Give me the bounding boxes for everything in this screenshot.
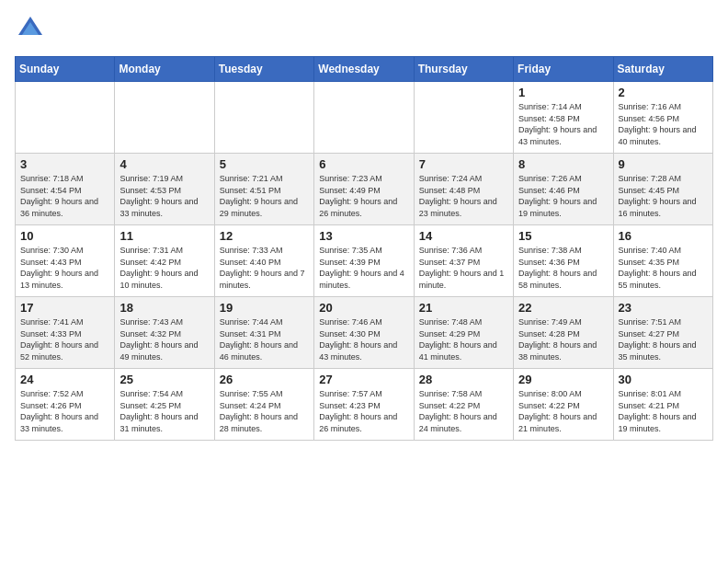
calendar-cell: 22Sunrise: 7:49 AM Sunset: 4:28 PM Dayli… [514, 297, 613, 369]
day-number: 29 [518, 373, 608, 386]
day-info: Sunrise: 7:31 AM Sunset: 4:42 PM Dayligh… [119, 245, 209, 291]
day-number: 13 [319, 229, 408, 243]
day-number: 25 [119, 373, 209, 386]
day-info: Sunrise: 7:30 AM Sunset: 4:43 PM Dayligh… [20, 245, 109, 291]
page-header [15, 15, 713, 47]
calendar-cell [16, 82, 115, 154]
day-info: Sunrise: 7:26 AM Sunset: 4:46 PM Dayligh… [518, 173, 608, 219]
day-number: 15 [518, 229, 608, 243]
day-info: Sunrise: 7:16 AM Sunset: 4:56 PM Dayligh… [619, 101, 708, 147]
day-number: 10 [20, 229, 109, 243]
day-info: Sunrise: 7:35 AM Sunset: 4:39 PM Dayligh… [319, 245, 408, 291]
calendar-cell: 7Sunrise: 7:24 AM Sunset: 4:48 PM Daylig… [414, 154, 513, 225]
col-friday: Friday [514, 57, 613, 82]
calendar-row: 3Sunrise: 7:18 AM Sunset: 4:54 PM Daylig… [16, 154, 713, 225]
day-number: 14 [419, 229, 508, 243]
day-info: Sunrise: 7:58 AM Sunset: 4:22 PM Dayligh… [419, 388, 508, 434]
day-number: 11 [119, 229, 209, 243]
logo [15, 15, 44, 47]
day-info: Sunrise: 7:40 AM Sunset: 4:35 PM Dayligh… [619, 245, 708, 291]
calendar-cell: 17Sunrise: 7:41 AM Sunset: 4:33 PM Dayli… [16, 297, 115, 369]
header-row: Sunday Monday Tuesday Wednesday Thursday… [16, 57, 713, 82]
day-number: 2 [619, 86, 708, 99]
calendar-cell: 6Sunrise: 7:23 AM Sunset: 4:49 PM Daylig… [314, 154, 414, 225]
calendar-row: 24Sunrise: 7:52 AM Sunset: 4:26 PM Dayli… [16, 369, 713, 441]
calendar-cell: 9Sunrise: 7:28 AM Sunset: 4:45 PM Daylig… [613, 154, 712, 225]
day-number: 7 [419, 157, 508, 171]
calendar-cell: 5Sunrise: 7:21 AM Sunset: 4:51 PM Daylig… [214, 154, 313, 225]
day-number: 27 [319, 373, 408, 386]
calendar-header: Sunday Monday Tuesday Wednesday Thursday… [16, 57, 713, 82]
day-info: Sunrise: 7:24 AM Sunset: 4:48 PM Dayligh… [419, 173, 508, 219]
calendar-cell: 2Sunrise: 7:16 AM Sunset: 4:56 PM Daylig… [613, 82, 712, 154]
day-info: Sunrise: 7:28 AM Sunset: 4:45 PM Dayligh… [619, 173, 708, 219]
day-number: 19 [220, 301, 309, 315]
calendar-row: 17Sunrise: 7:41 AM Sunset: 4:33 PM Dayli… [16, 297, 713, 369]
calendar-body: 1Sunrise: 7:14 AM Sunset: 4:58 PM Daylig… [16, 82, 713, 441]
calendar-cell: 16Sunrise: 7:40 AM Sunset: 4:35 PM Dayli… [613, 225, 712, 297]
day-info: Sunrise: 7:23 AM Sunset: 4:49 PM Dayligh… [319, 173, 408, 219]
calendar-cell [414, 82, 513, 154]
day-info: Sunrise: 7:51 AM Sunset: 4:27 PM Dayligh… [619, 316, 708, 362]
calendar-cell: 10Sunrise: 7:30 AM Sunset: 4:43 PM Dayli… [16, 225, 115, 297]
logo-icon [17, 15, 44, 42]
calendar-cell: 13Sunrise: 7:35 AM Sunset: 4:39 PM Dayli… [314, 225, 414, 297]
day-number: 23 [619, 301, 708, 315]
calendar-cell: 11Sunrise: 7:31 AM Sunset: 4:42 PM Dayli… [115, 225, 214, 297]
calendar-cell: 14Sunrise: 7:36 AM Sunset: 4:37 PM Dayli… [414, 225, 513, 297]
calendar-cell: 8Sunrise: 7:26 AM Sunset: 4:46 PM Daylig… [514, 154, 613, 225]
day-info: Sunrise: 7:36 AM Sunset: 4:37 PM Dayligh… [419, 245, 508, 291]
day-info: Sunrise: 8:00 AM Sunset: 4:22 PM Dayligh… [518, 388, 608, 434]
col-sunday: Sunday [16, 57, 115, 82]
day-number: 4 [119, 157, 209, 171]
day-number: 3 [20, 157, 109, 171]
calendar-cell: 28Sunrise: 7:58 AM Sunset: 4:22 PM Dayli… [414, 369, 513, 441]
col-saturday: Saturday [613, 57, 712, 82]
calendar-cell: 20Sunrise: 7:46 AM Sunset: 4:30 PM Dayli… [314, 297, 414, 369]
day-number: 6 [319, 157, 408, 171]
calendar-cell: 21Sunrise: 7:48 AM Sunset: 4:29 PM Dayli… [414, 297, 513, 369]
day-info: Sunrise: 7:57 AM Sunset: 4:23 PM Dayligh… [319, 388, 408, 434]
day-number: 26 [220, 373, 309, 386]
day-info: Sunrise: 7:55 AM Sunset: 4:24 PM Dayligh… [220, 388, 309, 434]
calendar-cell: 30Sunrise: 8:01 AM Sunset: 4:21 PM Dayli… [613, 369, 712, 441]
day-number: 30 [619, 373, 708, 386]
calendar-cell: 29Sunrise: 8:00 AM Sunset: 4:22 PM Dayli… [514, 369, 613, 441]
calendar-cell: 26Sunrise: 7:55 AM Sunset: 4:24 PM Dayli… [214, 369, 313, 441]
col-wednesday: Wednesday [314, 57, 414, 82]
day-number: 21 [419, 301, 508, 315]
day-info: Sunrise: 7:33 AM Sunset: 4:40 PM Dayligh… [220, 245, 309, 291]
day-number: 9 [619, 157, 708, 171]
day-info: Sunrise: 7:43 AM Sunset: 4:32 PM Dayligh… [119, 316, 209, 362]
day-info: Sunrise: 7:52 AM Sunset: 4:26 PM Dayligh… [20, 388, 109, 434]
calendar-cell: 4Sunrise: 7:19 AM Sunset: 4:53 PM Daylig… [115, 154, 214, 225]
calendar-table: Sunday Monday Tuesday Wednesday Thursday… [15, 56, 713, 441]
calendar-cell [115, 82, 214, 154]
day-number: 20 [319, 301, 408, 315]
day-number: 18 [119, 301, 209, 315]
col-thursday: Thursday [414, 57, 513, 82]
day-info: Sunrise: 8:01 AM Sunset: 4:21 PM Dayligh… [619, 388, 708, 434]
day-number: 12 [220, 229, 309, 243]
calendar-cell: 1Sunrise: 7:14 AM Sunset: 4:58 PM Daylig… [514, 82, 613, 154]
calendar-cell: 12Sunrise: 7:33 AM Sunset: 4:40 PM Dayli… [214, 225, 313, 297]
day-number: 16 [619, 229, 708, 243]
day-info: Sunrise: 7:18 AM Sunset: 4:54 PM Dayligh… [20, 173, 109, 219]
day-number: 24 [20, 373, 109, 386]
calendar-cell: 24Sunrise: 7:52 AM Sunset: 4:26 PM Dayli… [16, 369, 115, 441]
day-info: Sunrise: 7:46 AM Sunset: 4:30 PM Dayligh… [319, 316, 408, 362]
calendar-cell [314, 82, 414, 154]
day-info: Sunrise: 7:41 AM Sunset: 4:33 PM Dayligh… [20, 316, 109, 362]
day-number: 1 [518, 86, 608, 99]
calendar-cell: 25Sunrise: 7:54 AM Sunset: 4:25 PM Dayli… [115, 369, 214, 441]
day-number: 22 [518, 301, 608, 315]
calendar-cell: 23Sunrise: 7:51 AM Sunset: 4:27 PM Dayli… [613, 297, 712, 369]
day-number: 8 [518, 157, 608, 171]
day-info: Sunrise: 7:21 AM Sunset: 4:51 PM Dayligh… [220, 173, 309, 219]
day-info: Sunrise: 7:49 AM Sunset: 4:28 PM Dayligh… [518, 316, 608, 362]
calendar-row: 10Sunrise: 7:30 AM Sunset: 4:43 PM Dayli… [16, 225, 713, 297]
day-info: Sunrise: 7:54 AM Sunset: 4:25 PM Dayligh… [119, 388, 209, 434]
day-number: 28 [419, 373, 508, 386]
calendar-cell: 3Sunrise: 7:18 AM Sunset: 4:54 PM Daylig… [16, 154, 115, 225]
col-monday: Monday [115, 57, 214, 82]
